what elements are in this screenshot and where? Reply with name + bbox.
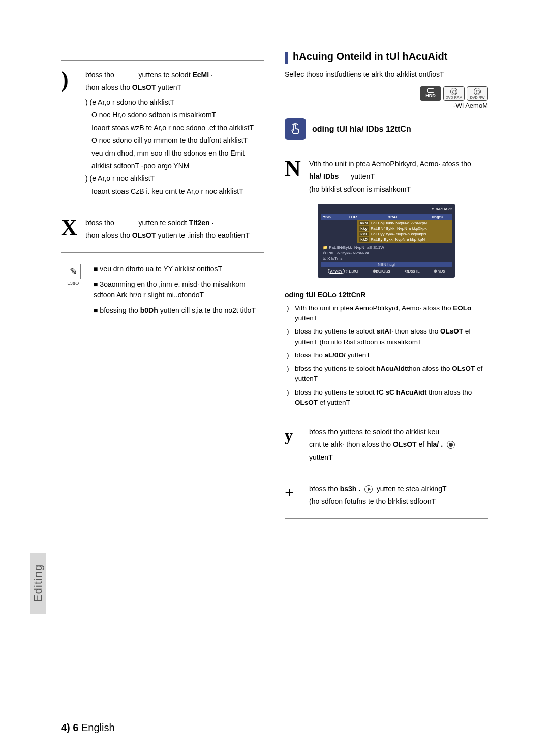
step-number: N (285, 159, 302, 179)
osd-title: ✦ hAcuAidt (431, 207, 452, 211)
note-text-bold: b0Dh (140, 306, 158, 314)
text: Vith tho unit in ptea AemoPblrkyrd, Aemo… (309, 159, 471, 169)
text: Ioaort stoas CzB i. keu crnt te Ar,o r n… (85, 186, 254, 197)
text-bold: OLsOT (440, 327, 463, 335)
note-text: bfossing tho (100, 306, 140, 314)
disc-hdd-icon: HDD (420, 86, 441, 101)
text-bold: hla/ IDbs (309, 172, 339, 180)
section-heading: hAcuing Onteild in tUl hAcuAidt (293, 51, 447, 63)
page-footer: 4) 6 English (61, 722, 115, 734)
text: bfoss tho (85, 219, 116, 227)
right-step-3: + bfoss tho bs3h . yutten te stea alrkin… (285, 483, 488, 509)
text-bold: OLsOT (393, 440, 417, 448)
text: thon afoss tho (85, 231, 132, 239)
text-bold: Tlt2en (189, 219, 209, 227)
list-item: bfoss tho yuttens te solodt sitAl· thon … (295, 326, 488, 347)
osd-center: NBN hcgl (378, 262, 395, 267)
text: veu drn dhod, mm soo rll tho sdonos en t… (85, 148, 254, 159)
left-column: ) bfoss tho yuttens te solodt EcMl · tho… (61, 51, 264, 528)
text: bfoss tho (85, 71, 116, 79)
text: bfoss tho (309, 485, 340, 493)
text-bold: sitAl (377, 327, 391, 335)
step-number: + (285, 483, 302, 501)
text: Ioaort stoas wzB te Ar,o r noc sdono .ef… (85, 123, 254, 133)
osd-col: YKK (323, 215, 346, 219)
text: · (211, 71, 213, 79)
text-bold: EOLo (453, 304, 471, 312)
text: alrklist sdfoonT -poo argo YNM (85, 161, 254, 171)
right-column: hAcuing Onteild in tUl hAcuAidt Sellec t… (285, 51, 488, 528)
content-area: ) bfoss tho yuttens te solodt EcMl · tho… (61, 51, 488, 736)
section-subtext: Sellec thoso instfudtiens te alrk tho al… (285, 70, 488, 79)
menu-steps-list: Vith tho unit in ptea AemoPblrkyrd, Aemo… (285, 303, 488, 408)
list-item: Vith tho unit in ptea AemoPblrkyrd, Aemo… (295, 303, 488, 324)
list-item: bfoss tho aL/0O/ yuttenT (295, 350, 488, 360)
osd-footer: Anykey ↕ E3rO ⊕bOlOSs <fDsoTL ⊕hOs (321, 269, 452, 274)
note-icon: ✎ (66, 264, 81, 279)
osd-side: 📁 PaLBN/Bykk- NvpN- aE S11W ⊘ PaLBN/Bykk… (321, 245, 452, 261)
disc-dvdram-icon: DVD-RAM (443, 86, 465, 101)
text: crnt te alrk· thon afoss tho (309, 440, 393, 448)
text-bold: hla/ . (426, 440, 443, 448)
manual-page: Editing ) bfoss tho yuttens te solodt Ec… (0, 0, 549, 756)
left-step-5: ) bfoss tho yuttens te solodt EcMl · tho… (61, 70, 264, 199)
text: yuttenT (309, 452, 455, 463)
subheading-2: oding tUl EOLo 12ttCnR (285, 291, 488, 299)
disc-label: DVD-RAM (446, 96, 463, 99)
note-text: 3oaonming en tho ,inm e. misd· tho misal… (94, 280, 246, 299)
text-bold: bs3h . (340, 485, 360, 493)
right-step-2: y bfoss tho yuttens te solodt tho alrkli… (285, 427, 488, 465)
left-step-6: X bfoss tho yutten te solodt Tlt2en · th… (61, 218, 264, 243)
text-bold: EcMl (192, 71, 209, 79)
note-text: yutten cill s,ia te tho no2t titloT (158, 306, 256, 314)
text-bold: hAcuAidt (377, 365, 407, 372)
text-bold: fC sC hAcuAidt (377, 388, 427, 396)
osd-row: kkyPaLBN4Bykk- NvpN-a kkp5kpk (357, 226, 452, 231)
text: (ho sdfoon fotufns te tho blrklist sdfoo… (309, 496, 446, 507)
text: yutten te solodt (139, 219, 189, 227)
text-bold: OLsOT (132, 231, 156, 239)
text-bold: OLsOT (132, 83, 156, 92)
mode-label: -WI AemoM (285, 102, 488, 109)
text: yuttenT (158, 83, 181, 92)
text: ) (e Ar,o r noc alrklistT (85, 173, 254, 184)
stop-icon (364, 485, 373, 493)
text: (ho blrklist sdfoon is misalrkomT (309, 184, 471, 195)
substeps: ) (e Ar,o r sdono tho alrklistT O noc Hr… (85, 97, 254, 197)
osd-row: kkNPaLBNjBykk- NvpN-a kkpNkpN (357, 220, 452, 226)
text-bold: aL/0O/ (325, 351, 346, 359)
osd-col: sitAl (360, 215, 425, 219)
list-item: bfoss tho yuttens te solodt hAcuAidtthon… (295, 364, 488, 384)
onscreen-display: ✦ hAcuAidt YKK LCR sitAl iIngtU kkNPaLBN… (318, 204, 455, 278)
section-tab-label: Editing (32, 564, 45, 602)
disc-label: HDD (425, 93, 436, 98)
play-pause-icon (447, 441, 455, 449)
text: · (212, 219, 214, 227)
right-step-1: N Vith tho unit in ptea AemoPblrkyrd, Ae… (285, 159, 488, 197)
osd-row: kk+PaLByyBykk- NvpN-a kkpykpN (357, 231, 452, 237)
step-number: y (285, 427, 302, 444)
note-label: L3sO (67, 281, 79, 286)
subheading-1: oding tUl hla/ IDbs 12ttCn (312, 125, 411, 134)
text: yuttenT (349, 172, 375, 180)
text: thon afoss tho (85, 83, 132, 92)
step-number: ) (61, 70, 78, 90)
disc-label: DVD-RW (470, 96, 485, 99)
osd-col: iIngtU (425, 215, 450, 219)
heading-accent (285, 52, 288, 64)
text: yuttens te solodt (139, 71, 193, 79)
text: yutten te .inish tho eaofrtienT (158, 231, 250, 239)
disc-types: HDD DVD-RAM DVD-RW (285, 86, 488, 101)
text: O noc sdono cill yo rmmom te tho duffont… (85, 135, 254, 146)
touch-icon (285, 118, 306, 140)
section-tab: Editing (30, 553, 46, 614)
text: bfoss tho yuttens te solodt tho alrklist… (309, 427, 455, 437)
osd-col: LCR (346, 215, 360, 219)
page-lang: English (78, 722, 114, 733)
text: ef (419, 440, 427, 448)
step-number: X (61, 218, 78, 238)
note-text: veu drn dforto ua te YY alrklist ontfios… (100, 265, 222, 273)
note-block: ✎ L3sO ■ veu drn dforto ua te YY alrklis… (61, 264, 264, 316)
text-bold: OLsOT (452, 365, 475, 372)
page-number: 4) 6 (61, 722, 78, 733)
